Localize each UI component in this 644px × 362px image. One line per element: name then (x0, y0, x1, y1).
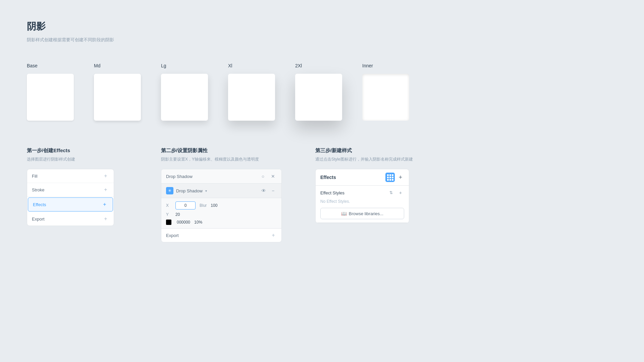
export-add-btn[interactable]: + (102, 216, 109, 222)
es-header-title: Effects (320, 175, 336, 180)
dot1 (387, 174, 389, 176)
step2-title: 第二步/设置阴影属性 (161, 147, 295, 154)
es-add-btn[interactable]: + (397, 174, 404, 181)
stroke-add-btn[interactable]: + (102, 186, 109, 193)
drop-shadow-subtitle-left: ✳ Drop Shadow ▾ (166, 187, 207, 194)
blur-label: Blur (200, 203, 207, 208)
es-section-header: Effect Styles ⇅ + (320, 189, 404, 196)
es-header: Effects (316, 169, 409, 186)
fill-label: Fill (32, 174, 38, 179)
y-row: Y 20 (166, 212, 277, 217)
color-swatch[interactable] (166, 220, 171, 225)
es-section-add-btn[interactable]: + (397, 189, 404, 196)
shadow-label-inner: Inner (362, 63, 373, 68)
effects-panel: Fill + Stroke + Effects + Export (27, 169, 114, 226)
stroke-label: Stroke (32, 187, 45, 192)
step2-section: 第二步/设置阴影属性 阴影主要设置X，Y轴偏移来、模糊度以及颜色与透明度 Dro… (161, 147, 295, 242)
y-label: Y (166, 212, 171, 217)
dot3 (392, 174, 393, 176)
grid-icon-btn[interactable] (385, 173, 395, 182)
stroke-row: Stroke + (27, 183, 114, 197)
shadow-box-lg (161, 74, 208, 121)
shadow-label-md: Md (94, 63, 100, 68)
page-subtitle: 阴影样式创建根据需要可创建不同阶段的阴影 (27, 37, 617, 43)
shadow-props: X Blur 100 Y 20 000000 10% (161, 198, 281, 228)
export-bottom-add-btn[interactable]: + (270, 232, 277, 239)
es-section-icons: ⇅ + (387, 189, 404, 196)
x-label: X (166, 203, 171, 208)
dot2 (389, 174, 391, 176)
y-value: 20 (175, 212, 180, 217)
shadow-cards-row: Base Md Lg Xl 2Xl Inner (27, 63, 617, 121)
dot6 (392, 177, 393, 178)
drop-shadow-chevron: ▾ (205, 189, 207, 193)
blur-value: 100 (211, 203, 217, 208)
es-sort-icon[interactable]: ⇅ (387, 189, 395, 196)
color-value: 000000 (177, 220, 190, 225)
export-label-step1: Export (32, 217, 45, 222)
es-section-title: Effect Styles (320, 190, 344, 195)
dot5 (389, 177, 391, 178)
shadow-card-xxl: 2Xl (295, 63, 342, 121)
shadow-card-xl: Xl (228, 63, 275, 121)
shadow-card-inner: Inner (362, 63, 409, 121)
shadow-box-md (94, 74, 141, 121)
export-bottom-row: Export + (161, 228, 281, 242)
shadow-detail-panel: Drop Shadow ○ ✕ ✳ Drop Shadow ▾ 👁 (161, 169, 282, 242)
shadow-box-xxl (295, 74, 342, 121)
no-styles-text: No Effect Styles. (320, 199, 404, 204)
circle-icon[interactable]: ○ (259, 173, 267, 180)
shadow-box-base (27, 74, 74, 121)
dot4 (387, 177, 389, 178)
dot9 (392, 179, 393, 181)
opacity-value: 10% (194, 220, 202, 225)
shadow-box-xl (228, 74, 275, 121)
snowflake-icon: ✳ (166, 187, 173, 194)
export-label: Export (166, 233, 179, 238)
step2-desc: 阴影主要设置X，Y轴偏移来、模糊度以及颜色与透明度 (161, 157, 295, 162)
shadow-card-md: Md (94, 63, 141, 121)
effects-label: Effects (33, 202, 46, 207)
drop-shadow-subtitle-row: ✳ Drop Shadow ▾ 👁 − (161, 184, 281, 198)
step1-desc: 选择图层进行阴影样式创建 (27, 157, 141, 162)
subtitle-right-icons: 👁 − (260, 187, 277, 194)
export-row-step1: Export + (27, 212, 114, 226)
grid-dots (387, 174, 393, 181)
step3-section: 第三步/新建样式 通过点击Style图标进行，并输入阴影名称完成样式新建 Eff… (315, 147, 429, 223)
browse-btn-label: Browse libraries... (349, 211, 383, 216)
drop-shadow-header: Drop Shadow ○ ✕ (161, 169, 281, 184)
drop-shadow-header-title: Drop Shadow (166, 174, 193, 179)
shadow-label-xxl: 2Xl (295, 63, 302, 68)
page-title: 阴影 (27, 20, 617, 33)
step1-title: 第一步/创建Effects (27, 147, 141, 154)
color-opacity-row: 000000 10% (166, 220, 277, 225)
x-input[interactable] (175, 201, 196, 209)
es-section: Effect Styles ⇅ + No Effect Styles. 📖 Br… (316, 186, 409, 223)
shadow-label-xl: Xl (228, 63, 232, 68)
step1-section: 第一步/创建Effects 选择图层进行阴影样式创建 Fill + Stroke… (27, 147, 141, 226)
header-icons: ○ ✕ (259, 173, 277, 180)
x-blur-row: X Blur 100 (166, 201, 277, 209)
browse-libraries-btn[interactable]: 📖 Browse libraries... (320, 208, 404, 219)
shadow-label-lg: Lg (161, 63, 166, 68)
effect-styles-panel: Effects (315, 169, 409, 223)
effects-add-btn[interactable]: + (101, 201, 108, 208)
dot7 (387, 179, 389, 181)
fill-add-btn[interactable]: + (102, 173, 109, 179)
shadow-card-lg: Lg (161, 63, 208, 121)
step3-desc: 通过点击Style图标进行，并输入阴影名称完成样式新建 (315, 157, 429, 162)
fill-row: Fill + (27, 169, 114, 183)
drop-shadow-name: Drop Shadow (176, 188, 203, 193)
effects-row: Effects + (28, 198, 113, 211)
es-header-icons: + (385, 173, 404, 182)
minus-icon[interactable]: − (269, 187, 277, 194)
page-container: 阴影 阴影样式创建根据需要可创建不同阶段的阴影 Base Md Lg Xl 2X… (0, 0, 644, 262)
steps-row: 第一步/创建Effects 选择图层进行阴影样式创建 Fill + Stroke… (27, 147, 617, 242)
close-icon[interactable]: ✕ (269, 173, 277, 180)
dot8 (389, 179, 391, 181)
book-icon: 📖 (341, 211, 347, 216)
shadow-label-base: Base (27, 63, 38, 68)
step3-title: 第三步/新建样式 (315, 147, 429, 154)
eye-icon[interactable]: 👁 (260, 187, 267, 194)
shadow-box-inner (362, 74, 409, 121)
